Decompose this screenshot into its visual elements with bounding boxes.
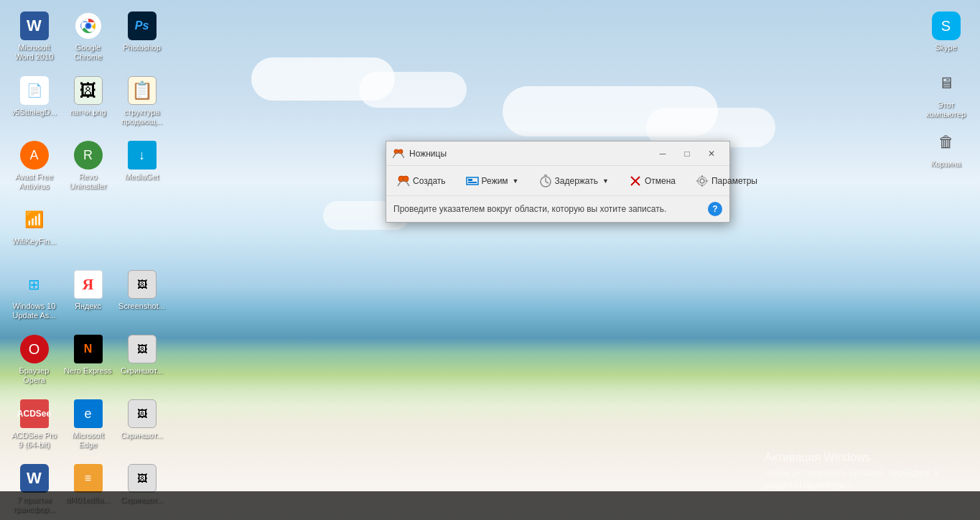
desktop-icon-win10update[interactable]: ⊞ Windows 10Update As... <box>7 266 61 330</box>
svg-point-24 <box>700 179 704 183</box>
acdsee-icon: ACDSee <box>20 399 49 428</box>
mode-icon <box>466 175 479 187</box>
minimize-button[interactable]: ─ <box>650 146 675 162</box>
cancel-icon <box>629 175 642 187</box>
maximize-button[interactable]: □ <box>675 146 699 162</box>
screenshot-icon: 🖼 <box>128 335 157 363</box>
icon-label: Этоткомпьютер <box>926 101 966 119</box>
svg-line-12 <box>398 182 401 186</box>
options-icon <box>696 175 709 187</box>
icon-label: Avast FreeAntivirus <box>15 172 53 191</box>
trash-icon: 🗑 <box>932 128 961 157</box>
desktop-icon-mediaget[interactable]: ↓ MediaGet <box>115 136 169 201</box>
svg-rect-17 <box>468 182 477 183</box>
revo-icon: R <box>74 141 103 170</box>
icon-label: RevoUninstaller <box>70 172 107 191</box>
desktop-icon-edge[interactable]: e MicrosoftEdge <box>61 395 115 460</box>
windows-activation: Активация Windows Чтобы активировать Win… <box>765 451 966 491</box>
word-icon: W <box>20 11 49 40</box>
screenshot-icon: 🖼 <box>128 399 157 428</box>
delay-button[interactable]: Задержать ▼ <box>533 170 615 192</box>
help-button[interactable]: ? <box>708 202 722 216</box>
desktop-icon-patchi-png[interactable]: 🖼 патчи.png <box>61 72 115 136</box>
desktop-icon-yandex[interactable]: Я Яндекс <box>61 266 115 330</box>
icon-label: Nero Express <box>64 366 112 376</box>
delay-dropdown-arrow: ▼ <box>602 177 609 185</box>
desktop-icon-acdsee[interactable]: ACDSee ACDSee Pro9 (64-bit) <box>7 395 61 460</box>
cancel-button[interactable]: Отмена <box>622 170 682 192</box>
status-text: Проведите указателем вокруг области, кот… <box>393 204 666 214</box>
word-doc-icon: W <box>20 464 49 493</box>
svg-point-25 <box>698 177 706 185</box>
icon-label: MediaGet <box>125 172 159 182</box>
desktop-icons-left: W MicrosoftWord 2010 GoogleChrome Ps Pho… <box>0 0 215 517</box>
skype-icon: S <box>932 11 961 40</box>
window-titlebar: Ножницы ─ □ ✕ <box>386 141 729 166</box>
create-button[interactable]: Создать <box>391 170 452 192</box>
icon-label: ACDSee Pro9 (64-bit) <box>11 431 57 450</box>
delay-icon <box>539 175 552 187</box>
icon-label: структурапродающ... <box>121 108 162 126</box>
svg-rect-16 <box>468 179 472 181</box>
create-label: Создать <box>413 176 446 186</box>
desktop-icon-opera[interactable]: O БраузерOpera <box>7 330 61 395</box>
desktop-icon-screenshot2[interactable]: 🖼 Скриншот... <box>115 330 169 395</box>
desktop-icon-avast[interactable]: A Avast FreeAntivirus <box>7 136 61 201</box>
icon-label: Photoshop <box>123 43 161 52</box>
desktop-icon-revo[interactable]: R RevoUninstaller <box>61 136 115 201</box>
titlebar-left: Ножницы <box>392 147 447 160</box>
desktop-icon-skype[interactable]: S Skype <box>919 7 973 65</box>
screenshot-icon: 🖼 <box>128 270 157 299</box>
desktop-icon-struktura[interactable]: 📋 структурапродающ... <box>115 72 169 136</box>
icon-label: Яндекс <box>75 302 101 311</box>
wifi-icon: 📶 <box>20 205 49 234</box>
desktop-icon-photoshop[interactable]: Ps Photoshop <box>115 7 169 72</box>
doc-icon: 📋 <box>128 76 157 105</box>
ps-icon: Ps <box>128 11 157 40</box>
snipping-tool-icon <box>392 147 405 160</box>
svg-line-7 <box>393 154 396 158</box>
cancel-label: Отмена <box>645 176 676 186</box>
desktop-icon-chrome[interactable]: GoogleChrome <box>61 7 115 72</box>
status-bar: Проведите указателем вокруг области, кот… <box>386 196 729 222</box>
file-icon: 📄 <box>20 76 49 105</box>
titlebar-controls: ─ □ ✕ <box>650 146 724 162</box>
icon-label: Skype <box>935 43 957 52</box>
icon-label: WifiKeyFin... <box>12 237 57 246</box>
desktop-icon-word2010[interactable]: W MicrosoftWord 2010 <box>7 7 61 72</box>
computer-icon: 🖥 <box>932 69 961 98</box>
desktop-icon-trash[interactable]: 🗑 Корзина <box>919 124 973 181</box>
options-button[interactable]: Параметры <box>689 170 764 192</box>
mode-label: Режим <box>482 176 508 186</box>
svg-point-4 <box>86 24 90 28</box>
opera-icon: O <box>20 335 49 363</box>
desktop-icon-computer[interactable]: 🖥 Этоткомпьютер <box>919 65 973 124</box>
create-icon <box>397 175 410 187</box>
icon-label: Скриншот... <box>121 431 163 440</box>
close-button[interactable]: ✕ <box>699 146 724 162</box>
desktop-icon-screenshot3[interactable]: 🖼 Скриншот... <box>115 395 169 460</box>
icon-label: Screenshot... <box>118 302 165 311</box>
edge-icon: e <box>74 399 103 428</box>
window-title: Ножницы <box>409 149 447 159</box>
avast-icon: A <box>20 141 49 170</box>
desktop-icon-v5sttnieg[interactable]: 📄 v5SttniegD... <box>7 72 61 136</box>
mode-dropdown-arrow: ▼ <box>513 177 519 185</box>
icon-label: патчи.png <box>70 108 106 117</box>
desktop-icon-screenshot1[interactable]: 🖼 Screenshot... <box>115 266 169 330</box>
snipping-tool-window: Ножницы ─ □ ✕ Создать <box>386 141 730 223</box>
cloud-decoration <box>359 72 467 108</box>
icon-label: Скриншот... <box>121 366 163 376</box>
desktop-icons-right: S Skype 🖥 Этоткомпьютер 🗑 Корзина <box>919 7 973 181</box>
desktop-icon-nero[interactable]: N Nero Express <box>61 330 115 395</box>
taskbar <box>0 491 980 520</box>
icon-label: БраузерOpera <box>19 366 50 385</box>
delay-label: Задержать <box>555 176 598 186</box>
icon-label: Windows 10Update As... <box>13 302 56 320</box>
icon-label: MicrosoftWord 2010 <box>15 43 54 62</box>
activation-desc: Чтобы активировать Windows, перейдите в … <box>765 467 966 491</box>
desktop-icon-wifikeyfin[interactable]: 📶 WifiKeyFin... <box>7 201 61 266</box>
svg-line-20 <box>546 182 549 183</box>
mediaget-icon: ↓ <box>128 141 157 170</box>
mode-button[interactable]: Режим ▼ <box>459 170 526 192</box>
